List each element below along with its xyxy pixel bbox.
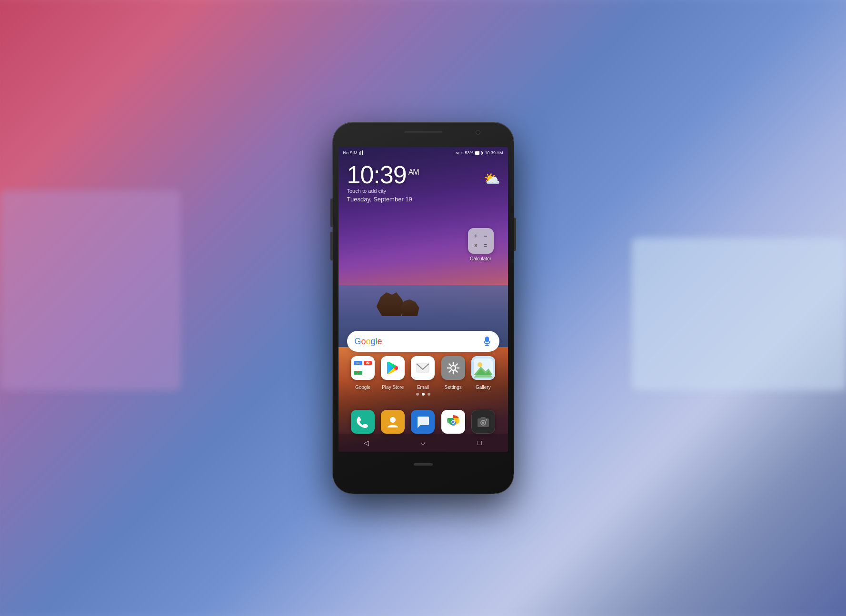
app-playstore[interactable]: Play Store bbox=[381, 356, 405, 390]
nfc-icon: NFC bbox=[456, 151, 463, 155]
phone-bottom-bezel bbox=[333, 452, 514, 477]
sim-icon bbox=[359, 150, 363, 155]
phone-screen: No SIM NFC 53% 10:39 AM bbox=[338, 147, 508, 452]
camera-svg bbox=[476, 415, 490, 429]
contacts-svg bbox=[386, 415, 400, 429]
email-svg bbox=[415, 360, 431, 376]
clock-subtitle: Touch to add city bbox=[347, 188, 419, 194]
clock-ampm: AM bbox=[408, 168, 419, 176]
calculator-icon[interactable]: + − × = bbox=[468, 228, 494, 254]
camera-icon[interactable] bbox=[471, 410, 495, 434]
app-gallery[interactable]: Gallery bbox=[471, 356, 495, 390]
playstore-label: Play Store bbox=[382, 385, 404, 390]
calculator-app[interactable]: + − × = Calculator bbox=[468, 228, 494, 261]
dock-chrome[interactable] bbox=[441, 410, 465, 434]
app-email[interactable]: Email bbox=[411, 356, 435, 390]
app-google[interactable]: G ✉ 📍 Google bbox=[351, 356, 375, 390]
nav-recent[interactable]: □ bbox=[470, 436, 489, 450]
status-bar: No SIM NFC 53% 10:39 AM bbox=[338, 147, 508, 159]
contacts-icon[interactable] bbox=[381, 410, 405, 434]
gallery-svg bbox=[471, 356, 495, 380]
settings-icon[interactable] bbox=[441, 356, 465, 380]
google-label: Google bbox=[355, 385, 370, 390]
g-o2: o bbox=[366, 337, 371, 347]
status-left: No SIM bbox=[343, 150, 363, 155]
clock-date: Tuesday, September 19 bbox=[347, 196, 419, 203]
calc-equals: = bbox=[482, 242, 489, 249]
battery-text: 53% bbox=[465, 150, 473, 155]
dot-1 bbox=[416, 393, 419, 396]
nav-home[interactable]: ○ bbox=[413, 436, 432, 450]
svg-rect-2 bbox=[362, 150, 363, 155]
dot-2 bbox=[422, 393, 425, 396]
phone-top-bezel bbox=[333, 122, 514, 147]
home-indicator bbox=[414, 463, 433, 466]
g-o1: o bbox=[361, 337, 366, 347]
phone-icon[interactable] bbox=[351, 410, 375, 434]
g-g2: g bbox=[371, 337, 376, 347]
chrome-icon[interactable] bbox=[441, 410, 465, 434]
gallery-label: Gallery bbox=[476, 385, 491, 390]
bg-left-panel bbox=[0, 190, 181, 390]
clock-time: 10:39AM bbox=[347, 162, 419, 187]
weather-widget: ⛅ bbox=[484, 171, 500, 187]
svg-point-22 bbox=[486, 419, 487, 421]
calc-plus: + bbox=[473, 233, 479, 239]
g-e: e bbox=[378, 337, 382, 347]
phone-device: No SIM NFC 53% 10:39 AM bbox=[333, 122, 514, 494]
battery-icon bbox=[475, 151, 483, 155]
no-sim-text: No SIM bbox=[343, 150, 358, 155]
apps-row: G ✉ 📍 Google bbox=[338, 356, 508, 390]
app-settings[interactable]: Settings bbox=[441, 356, 465, 390]
email-label: Email bbox=[417, 385, 429, 390]
dock-messages[interactable] bbox=[411, 410, 435, 434]
dock-phone[interactable] bbox=[351, 410, 375, 434]
svg-point-19 bbox=[452, 421, 454, 423]
calc-times: × bbox=[473, 242, 479, 249]
google-cell-m: ✉ bbox=[364, 361, 372, 365]
playstore-svg bbox=[385, 360, 401, 376]
weather-icon: ⛅ bbox=[484, 171, 500, 187]
svg-rect-6 bbox=[485, 337, 489, 342]
svg-rect-5 bbox=[475, 151, 479, 155]
svg-rect-1 bbox=[360, 151, 361, 155]
messages-icon[interactable] bbox=[411, 410, 435, 434]
svg-point-13 bbox=[478, 362, 482, 367]
svg-point-16 bbox=[390, 417, 396, 423]
clock-widget: 10:39AM Touch to add city Tuesday, Septe… bbox=[347, 162, 419, 203]
google-cell-maps: 📍 bbox=[354, 371, 362, 375]
svg-rect-8 bbox=[485, 345, 489, 346]
dock-camera[interactable] bbox=[471, 410, 495, 434]
mic-icon[interactable] bbox=[482, 337, 492, 346]
google-cell-g: G bbox=[354, 361, 362, 365]
speaker bbox=[404, 131, 442, 133]
svg-point-10 bbox=[451, 366, 456, 370]
page-dots bbox=[338, 393, 508, 396]
status-time: 10:39 AM bbox=[485, 150, 503, 155]
google-search-bar[interactable]: G o o g l e bbox=[347, 331, 499, 352]
status-right: NFC 53% 10:39 AM bbox=[456, 150, 503, 155]
front-camera bbox=[476, 130, 480, 135]
nav-bar: ◁ ○ □ bbox=[338, 434, 508, 452]
chrome-svg bbox=[445, 414, 461, 430]
dock-contacts[interactable] bbox=[381, 410, 405, 434]
google-icon[interactable]: G ✉ 📍 bbox=[351, 356, 375, 380]
g-g: G bbox=[355, 337, 361, 347]
calculator-label: Calculator bbox=[470, 256, 491, 261]
nav-back[interactable]: ◁ bbox=[357, 436, 376, 450]
phone-svg bbox=[356, 415, 370, 429]
messages-svg bbox=[416, 415, 430, 429]
svg-point-21 bbox=[482, 422, 484, 424]
bg-right-panel bbox=[632, 238, 846, 390]
google-logo: G o o g l e bbox=[355, 337, 382, 347]
settings-svg bbox=[445, 360, 461, 376]
calc-minus: − bbox=[482, 233, 489, 239]
gallery-icon[interactable] bbox=[471, 356, 495, 380]
svg-rect-4 bbox=[482, 152, 483, 154]
settings-label: Settings bbox=[445, 385, 462, 390]
dot-3 bbox=[428, 393, 430, 396]
email-icon[interactable] bbox=[411, 356, 435, 380]
phone-wrapper: No SIM NFC 53% 10:39 AM bbox=[328, 46, 518, 570]
playstore-icon[interactable] bbox=[381, 356, 405, 380]
svg-rect-0 bbox=[359, 152, 360, 155]
